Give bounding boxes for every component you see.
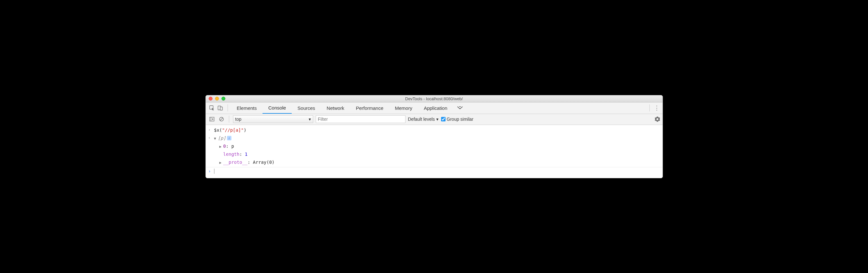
tab-performance[interactable]: Performance (350, 103, 389, 114)
info-badge-icon[interactable]: i (227, 136, 231, 140)
execution-context-select[interactable]: top ▾ (233, 115, 313, 123)
overflow-tabs-button[interactable] (453, 106, 467, 110)
gutter-spacer (208, 151, 214, 158)
group-similar-checkbox[interactable] (441, 117, 445, 121)
prompt-caret[interactable] (214, 168, 660, 175)
disclosure-right-icon[interactable]: ▶ (219, 160, 222, 166)
device-toolbar-icon[interactable] (216, 104, 224, 112)
disclosure-right-icon (219, 152, 222, 158)
entry-key: 0 (223, 143, 226, 149)
output-summary-text: [p] (218, 136, 226, 141)
mac-titlebar: DevTools - localhost:8080/web/ (206, 95, 662, 103)
svg-rect-2 (220, 107, 222, 110)
tab-memory[interactable]: Memory (389, 103, 418, 114)
toggle-sidebar-icon[interactable] (208, 116, 215, 123)
tab-elements[interactable]: Elements (231, 103, 263, 114)
entry-content: length: 1 (214, 151, 660, 158)
entry-value: p (231, 143, 234, 149)
settings-menu-button[interactable]: ⋮ (653, 104, 661, 111)
tab-sources[interactable]: Sources (292, 103, 321, 114)
separator (227, 104, 228, 111)
tab-application[interactable]: Application (418, 103, 453, 114)
entry-value: 1 (245, 152, 247, 157)
console-output-entry: length: 1 (206, 150, 662, 158)
prompt-icon: › (208, 168, 214, 175)
output-indicator-icon: ‹ (208, 135, 214, 142)
console-input-echo: › $x("//p[a]") (206, 126, 662, 134)
entry-key: __proto__ (223, 160, 247, 165)
console-output-entry[interactable]: ▶0: p (206, 142, 662, 150)
inspect-element-icon[interactable] (208, 104, 216, 112)
console-input-text: $x("//p[a]") (214, 127, 660, 134)
output-summary-line[interactable]: ▼[p]i (214, 135, 660, 142)
separator (649, 104, 650, 111)
gutter-spacer (208, 159, 214, 166)
execution-context-label: top (235, 116, 241, 122)
panel-tabstrip: ElementsConsoleSourcesNetworkPerformance… (206, 103, 662, 114)
devtools-window: DevTools - localhost:8080/web/ ElementsC… (206, 95, 663, 178)
console-output-entry[interactable]: ▶__proto__: Array(0) (206, 158, 662, 166)
group-similar-toggle[interactable]: Group similar (441, 116, 473, 122)
console-body[interactable]: › $x("//p[a]") ‹ ▼[p]i ▶0: p length: 1 ▶… (206, 125, 662, 178)
disclosure-right-icon[interactable]: ▶ (219, 144, 222, 150)
console-output-summary[interactable]: ‹ ▼[p]i (206, 134, 662, 142)
log-levels-label: Default levels (408, 116, 435, 122)
tab-network[interactable]: Network (321, 103, 350, 114)
svg-line-6 (220, 118, 223, 120)
console-prompt[interactable]: › (206, 167, 662, 175)
entry-key: length (223, 152, 240, 157)
disclosure-down-icon[interactable]: ▼ (214, 136, 217, 142)
entry-value: Array(0) (253, 160, 274, 165)
console-settings-icon[interactable] (655, 116, 660, 122)
clear-console-icon[interactable] (218, 116, 225, 123)
tab-console[interactable]: Console (262, 103, 292, 114)
group-similar-label: Group similar (447, 116, 473, 122)
input-prompt-icon: › (208, 127, 214, 134)
log-levels-dropdown[interactable]: Default levels ▾ (408, 116, 438, 122)
chevron-down-icon: ▾ (436, 116, 438, 122)
gutter-spacer (208, 143, 214, 150)
window-title: DevTools - localhost:8080/web/ (206, 97, 662, 101)
console-toolbar: top ▾ Default levels ▾ Group similar (206, 114, 662, 125)
entry-content: ▶0: p (214, 143, 660, 150)
chevron-down-icon: ▾ (309, 116, 311, 122)
separator (229, 116, 229, 123)
filter-input[interactable] (316, 115, 405, 123)
entry-content: ▶__proto__: Array(0) (214, 159, 660, 166)
